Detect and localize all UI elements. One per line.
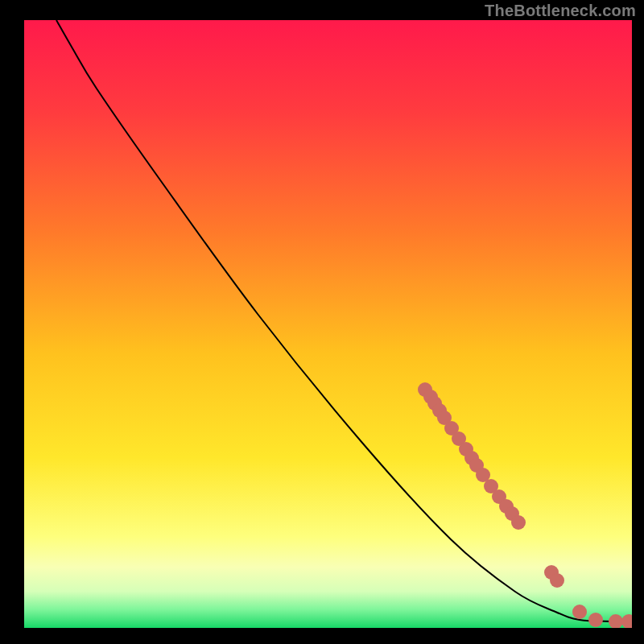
- chart-frame: TheBottleneck.com: [0, 0, 644, 644]
- data-marker: [609, 614, 623, 629]
- data-marker: [588, 613, 603, 627]
- data-marker: [621, 614, 636, 629]
- watermark-text: TheBottleneck.com: [485, 2, 636, 20]
- data-marker: [550, 573, 564, 588]
- bottleneck-curve-chart: [0, 0, 644, 644]
- data-marker: [572, 605, 587, 619]
- heat-gradient-background: [24, 20, 632, 628]
- data-marker: [511, 515, 526, 530]
